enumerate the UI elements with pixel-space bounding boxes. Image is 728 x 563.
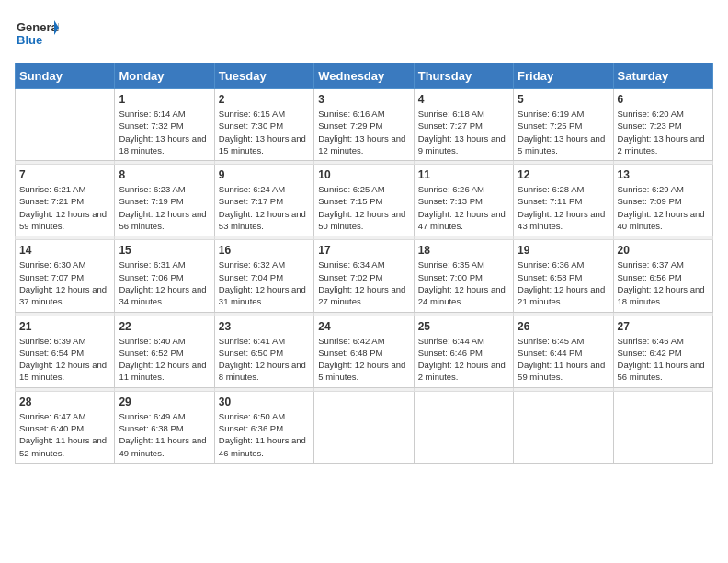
calendar-cell: 26 Sunrise: 6:45 AMSunset: 6:44 PMDaylig… — [514, 316, 613, 387]
day-number: 7 — [19, 168, 110, 181]
day-number: 27 — [618, 320, 709, 333]
header-tuesday: Tuesday — [214, 63, 313, 89]
calendar-cell: 24 Sunrise: 6:42 AMSunset: 6:48 PMDaylig… — [314, 316, 414, 387]
calendar-cell: 9 Sunrise: 6:24 AMSunset: 7:17 PMDayligh… — [214, 165, 313, 236]
calendar-cell: 14 Sunrise: 6:30 AMSunset: 7:07 PMDaylig… — [16, 240, 115, 312]
calendar-cell: 2 Sunrise: 6:15 AMSunset: 7:30 PMDayligh… — [214, 89, 313, 161]
calendar-cell: 28 Sunrise: 6:47 AMSunset: 6:40 PMDaylig… — [16, 391, 115, 463]
logo: General Blue — [15, 15, 59, 55]
day-number: 1 — [119, 93, 210, 106]
day-info: Sunrise: 6:18 AMSunset: 7:27 PMDaylight:… — [418, 108, 509, 156]
day-info: Sunrise: 6:44 AMSunset: 6:46 PMDaylight:… — [418, 335, 509, 384]
day-info: Sunrise: 6:19 AMSunset: 7:25 PMDaylight:… — [518, 108, 609, 156]
calendar-cell: 21 Sunrise: 6:39 AMSunset: 6:54 PMDaylig… — [16, 316, 115, 387]
day-info: Sunrise: 6:32 AMSunset: 7:04 PMDaylight:… — [219, 259, 310, 307]
day-info: Sunrise: 6:46 AMSunset: 6:42 PMDaylight:… — [618, 335, 709, 384]
day-number: 17 — [318, 244, 409, 257]
calendar-cell: 12 Sunrise: 6:28 AMSunset: 7:11 PMDaylig… — [514, 165, 613, 236]
day-number: 4 — [418, 93, 509, 106]
calendar-cell: 30 Sunrise: 6:50 AMSunset: 6:36 PMDaylig… — [214, 391, 313, 463]
day-info: Sunrise: 6:41 AMSunset: 6:50 PMDaylight:… — [219, 335, 310, 384]
calendar-cell — [613, 391, 712, 463]
day-info: Sunrise: 6:39 AMSunset: 6:54 PMDaylight:… — [19, 335, 110, 384]
day-number: 26 — [518, 320, 609, 333]
calendar-cell: 7 Sunrise: 6:21 AMSunset: 7:21 PMDayligh… — [16, 165, 115, 236]
day-info: Sunrise: 6:31 AMSunset: 7:06 PMDaylight:… — [119, 259, 210, 307]
day-number: 19 — [518, 244, 609, 257]
calendar-cell: 19 Sunrise: 6:36 AMSunset: 6:58 PMDaylig… — [514, 240, 613, 312]
calendar-cell — [414, 391, 513, 463]
calendar-cell: 27 Sunrise: 6:46 AMSunset: 6:42 PMDaylig… — [613, 316, 712, 387]
day-info: Sunrise: 6:34 AMSunset: 7:02 PMDaylight:… — [318, 259, 409, 307]
day-number: 14 — [19, 244, 110, 257]
logo-svg: General Blue — [15, 15, 59, 55]
calendar-table: SundayMondayTuesdayWednesdayThursdayFrid… — [15, 63, 713, 464]
calendar-week-5: 28 Sunrise: 6:47 AMSunset: 6:40 PMDaylig… — [16, 391, 713, 463]
calendar-cell: 29 Sunrise: 6:49 AMSunset: 6:38 PMDaylig… — [115, 391, 214, 463]
day-number: 29 — [119, 396, 210, 408]
day-info: Sunrise: 6:36 AMSunset: 6:58 PMDaylight:… — [518, 259, 609, 307]
day-info: Sunrise: 6:30 AMSunset: 7:07 PMDaylight:… — [19, 259, 110, 307]
calendar-header-row: SundayMondayTuesdayWednesdayThursdayFrid… — [16, 63, 713, 89]
calendar-cell: 10 Sunrise: 6:25 AMSunset: 7:15 PMDaylig… — [314, 165, 414, 236]
day-info: Sunrise: 6:42 AMSunset: 6:48 PMDaylight:… — [318, 335, 409, 384]
calendar-cell: 15 Sunrise: 6:31 AMSunset: 7:06 PMDaylig… — [115, 240, 214, 312]
calendar-cell: 16 Sunrise: 6:32 AMSunset: 7:04 PMDaylig… — [214, 240, 313, 312]
day-number: 3 — [318, 93, 409, 106]
calendar-week-3: 14 Sunrise: 6:30 AMSunset: 7:07 PMDaylig… — [16, 240, 713, 312]
day-number: 22 — [119, 320, 210, 333]
calendar-cell: 17 Sunrise: 6:34 AMSunset: 7:02 PMDaylig… — [314, 240, 414, 312]
day-info: Sunrise: 6:25 AMSunset: 7:15 PMDaylight:… — [318, 183, 409, 232]
calendar-week-1: 1 Sunrise: 6:14 AMSunset: 7:32 PMDayligh… — [16, 89, 713, 161]
day-number: 23 — [219, 320, 310, 333]
calendar-cell: 4 Sunrise: 6:18 AMSunset: 7:27 PMDayligh… — [414, 89, 513, 161]
day-number: 21 — [19, 320, 110, 333]
header-saturday: Saturday — [613, 63, 712, 89]
header-friday: Friday — [514, 63, 613, 89]
calendar-cell: 20 Sunrise: 6:37 AMSunset: 6:56 PMDaylig… — [613, 240, 712, 312]
day-info: Sunrise: 6:47 AMSunset: 6:40 PMDaylight:… — [19, 410, 110, 459]
calendar-week-4: 21 Sunrise: 6:39 AMSunset: 6:54 PMDaylig… — [16, 316, 713, 387]
day-number: 9 — [219, 168, 310, 181]
calendar-cell: 13 Sunrise: 6:29 AMSunset: 7:09 PMDaylig… — [613, 165, 712, 236]
calendar-cell: 6 Sunrise: 6:20 AMSunset: 7:23 PMDayligh… — [613, 89, 712, 161]
day-info: Sunrise: 6:26 AMSunset: 7:13 PMDaylight:… — [418, 183, 509, 232]
day-info: Sunrise: 6:14 AMSunset: 7:32 PMDaylight:… — [119, 108, 210, 156]
calendar-cell: 18 Sunrise: 6:35 AMSunset: 7:00 PMDaylig… — [414, 240, 513, 312]
header-sunday: Sunday — [16, 63, 115, 89]
day-info: Sunrise: 6:49 AMSunset: 6:38 PMDaylight:… — [119, 410, 210, 459]
calendar-cell — [314, 391, 414, 463]
calendar-cell: 11 Sunrise: 6:26 AMSunset: 7:13 PMDaylig… — [414, 165, 513, 236]
day-number: 8 — [119, 168, 210, 181]
svg-text:General: General — [17, 20, 59, 34]
day-number: 13 — [618, 168, 709, 181]
header-monday: Monday — [115, 63, 214, 89]
day-info: Sunrise: 6:24 AMSunset: 7:17 PMDaylight:… — [219, 183, 310, 232]
day-info: Sunrise: 6:45 AMSunset: 6:44 PMDaylight:… — [518, 335, 609, 384]
day-number: 25 — [418, 320, 509, 333]
calendar-cell: 8 Sunrise: 6:23 AMSunset: 7:19 PMDayligh… — [115, 165, 214, 236]
day-info: Sunrise: 6:37 AMSunset: 6:56 PMDaylight:… — [618, 259, 709, 307]
day-number: 11 — [418, 168, 509, 181]
calendar-cell: 1 Sunrise: 6:14 AMSunset: 7:32 PMDayligh… — [115, 89, 214, 161]
calendar-cell — [16, 89, 115, 161]
calendar-cell: 25 Sunrise: 6:44 AMSunset: 6:46 PMDaylig… — [414, 316, 513, 387]
calendar-cell: 5 Sunrise: 6:19 AMSunset: 7:25 PMDayligh… — [514, 89, 613, 161]
svg-text:Blue: Blue — [17, 33, 42, 47]
day-number: 18 — [418, 244, 509, 257]
day-number: 28 — [19, 396, 110, 408]
day-number: 6 — [618, 93, 709, 106]
header-thursday: Thursday — [414, 63, 513, 89]
day-number: 12 — [518, 168, 609, 181]
day-info: Sunrise: 6:28 AMSunset: 7:11 PMDaylight:… — [518, 183, 609, 232]
day-number: 20 — [618, 244, 709, 257]
day-info: Sunrise: 6:16 AMSunset: 7:29 PMDaylight:… — [318, 108, 409, 156]
day-info: Sunrise: 6:21 AMSunset: 7:21 PMDaylight:… — [19, 183, 110, 232]
calendar-cell: 23 Sunrise: 6:41 AMSunset: 6:50 PMDaylig… — [214, 316, 313, 387]
day-info: Sunrise: 6:50 AMSunset: 6:36 PMDaylight:… — [219, 410, 310, 459]
calendar-cell: 22 Sunrise: 6:40 AMSunset: 6:52 PMDaylig… — [115, 316, 214, 387]
day-number: 10 — [318, 168, 409, 181]
calendar-cell: 3 Sunrise: 6:16 AMSunset: 7:29 PMDayligh… — [314, 89, 414, 161]
page-header: General Blue — [15, 15, 713, 55]
day-number: 24 — [318, 320, 409, 333]
